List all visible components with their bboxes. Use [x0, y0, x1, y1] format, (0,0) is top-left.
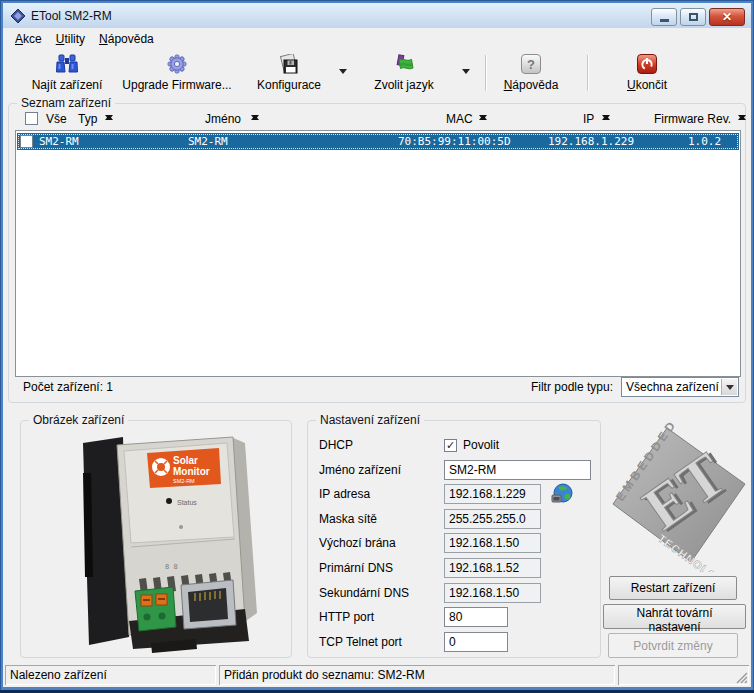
svg-text:SM2-RM: SM2-RM: [173, 478, 195, 484]
netmask-row: Maska sítě: [319, 509, 600, 529]
svg-text:Monitor: Monitor: [173, 466, 210, 477]
help-icon: ?: [521, 54, 541, 74]
device-settings-group: Nastavení zařízení DHCP ✓ Povolit Jméno …: [307, 420, 601, 658]
gateway-label: Výchozí brána: [319, 536, 444, 550]
svg-text:Status: Status: [177, 499, 197, 506]
device-listbox: SM2-RM SM2-RM 70:B5:99:11:00:5D 192.168.…: [15, 130, 741, 377]
combobox-dropdown-arrow[interactable]: [721, 379, 737, 395]
menu-akce[interactable]: Akce: [8, 29, 49, 49]
help-button[interactable]: ? Nápověda: [495, 52, 567, 94]
choose-language-button[interactable]: Zvolit jazyk: [360, 52, 448, 94]
upgrade-firmware-button[interactable]: Upgrade Firmware...: [115, 52, 239, 94]
http-port-label: HTTP port: [319, 610, 444, 624]
close-button[interactable]: ✕: [709, 8, 745, 26]
dhcp-checkbox[interactable]: ✓: [444, 439, 457, 452]
device-name-input[interactable]: [444, 460, 591, 480]
device-settings-group-label: Nastavení zařízení: [316, 413, 424, 427]
column-header-vse[interactable]: Vše: [46, 112, 67, 126]
app-window: ETool SM2-RM ✕ Akce Utility Nápověda: [0, 0, 754, 693]
sort-icon-firmware[interactable]: [738, 112, 747, 123]
factory-reset-button[interactable]: Nahrát tovární nastavení: [603, 604, 746, 629]
ip-address-label: IP adresa: [319, 487, 444, 501]
binoculars-icon: [56, 54, 78, 74]
sort-icon-jmeno[interactable]: [251, 112, 260, 123]
filter-combobox[interactable]: Všechna zařízení: [621, 377, 739, 397]
confirm-changes-button[interactable]: Potvrdit změny: [608, 633, 738, 658]
column-header-mac[interactable]: MAC: [446, 112, 473, 126]
secondary-dns-label: Sekundární DNS: [319, 586, 444, 600]
embedded-technologies-logo: EMBEDDED ET ET TECHNOLOGIES: [605, 418, 751, 572]
app-icon: [10, 8, 26, 24]
restart-device-button[interactable]: Restart zařízení: [609, 576, 737, 600]
column-header-ip[interactable]: IP: [583, 112, 594, 126]
device-name-row: Jméno zařízení: [319, 460, 600, 480]
menubar: Akce Utility Nápověda: [3, 28, 751, 49]
device-row-selected[interactable]: SM2-RM SM2-RM 70:B5:99:11:00:5D 192.168.…: [17, 133, 739, 150]
telnet-port-row: TCP Telnet port: [319, 632, 600, 652]
secondary-dns-row: Sekundární DNS: [319, 583, 600, 603]
window-client-area: ETool SM2-RM ✕ Akce Utility Nápověda: [3, 3, 751, 687]
toolbar-separator: [485, 55, 486, 91]
sort-icon-ip[interactable]: [602, 112, 611, 123]
column-header-typ[interactable]: Typ: [78, 112, 97, 126]
device-image-group: Obrázek zařízení Solar: [20, 420, 292, 658]
window-title: ETool SM2-RM: [31, 9, 112, 23]
device-jmeno: SM2-RM: [188, 133, 228, 150]
primary-dns-input[interactable]: [444, 558, 541, 578]
language-dropdown-arrow[interactable]: [462, 69, 470, 78]
maximize-icon: [689, 13, 698, 21]
device-name-label: Jméno zařízení: [319, 463, 444, 477]
device-photo: Solar Monitor SM2-RM Status 8 8: [21, 425, 291, 655]
status-right: [618, 665, 749, 685]
find-devices-button[interactable]: Najít zařízení: [21, 52, 113, 94]
telnet-port-input[interactable]: [444, 632, 508, 652]
statusbar: Nalezeno zařízení Přidán produkt do sezn…: [3, 663, 751, 687]
device-list-group: Seznam zařízení Vše Typ Jméno MAC IP Fir…: [8, 103, 746, 403]
maximize-button[interactable]: [680, 8, 706, 26]
device-typ: SM2-RM: [39, 133, 79, 150]
ip-address-input[interactable]: [444, 484, 541, 504]
dhcp-row: DHCP ✓ Povolit: [319, 435, 600, 455]
sort-icon-mac[interactable]: [479, 112, 488, 123]
minimize-icon: [660, 19, 669, 22]
toolbar: Najít zařízení Upgrade Firmware...: [3, 49, 751, 97]
minimize-button[interactable]: [651, 8, 677, 26]
power-icon: [637, 54, 657, 74]
filter-value: Všechna zařízení: [626, 380, 720, 394]
secondary-dns-input[interactable]: [444, 583, 541, 603]
quit-button[interactable]: Ukončit: [614, 52, 680, 94]
gateway-input[interactable]: [444, 533, 541, 553]
device-count-label: Počet zařízení: 1: [23, 380, 113, 394]
configuration-dropdown-arrow[interactable]: [339, 69, 347, 78]
device-list-header: Vše Typ Jméno MAC IP Firmware Rev.: [9, 111, 745, 129]
device-list-group-label: Seznam zařízení: [17, 96, 115, 110]
device-mac: 70:B5:99:11:00:5D: [398, 133, 511, 150]
status-center: Přidán produkt do seznamu: SM2-RM: [219, 665, 615, 685]
resize-grip[interactable]: [735, 671, 748, 684]
menu-napoveda[interactable]: Nápověda: [92, 29, 161, 49]
configuration-button[interactable]: Konfigurace: [246, 52, 332, 94]
dhcp-label: DHCP: [319, 438, 444, 452]
http-port-input[interactable]: [444, 607, 508, 627]
select-all-checkbox[interactable]: [25, 112, 38, 125]
window-controls: ✕: [651, 8, 745, 26]
svg-text:Solar: Solar: [173, 455, 198, 466]
netmask-input[interactable]: [444, 509, 541, 529]
ip-address-row: IP adresa: [319, 484, 600, 504]
column-header-jmeno[interactable]: Jméno: [205, 112, 241, 126]
gateway-row: Výchozí brána: [319, 533, 600, 553]
column-header-firmware[interactable]: Firmware Rev.: [654, 112, 731, 126]
netmask-label: Maska sítě: [319, 512, 444, 526]
flag-icon: [393, 54, 415, 74]
svg-text:8 8: 8 8: [165, 563, 178, 571]
device-list-footer: Počet zařízení: 1 Filtr podle typu: Všec…: [17, 377, 739, 397]
device-ip: 192.168.1.229: [548, 133, 634, 150]
sort-icon-typ[interactable]: [105, 112, 114, 123]
titlebar[interactable]: ETool SM2-RM ✕: [3, 3, 751, 28]
device-row-checkbox[interactable]: [20, 135, 33, 148]
primary-dns-row: Primární DNS: [319, 558, 600, 578]
floppy-icon: [278, 54, 300, 75]
open-web-interface-icon[interactable]: [550, 482, 574, 506]
telnet-port-label: TCP Telnet port: [319, 635, 444, 649]
menu-utility[interactable]: Utility: [49, 29, 92, 49]
